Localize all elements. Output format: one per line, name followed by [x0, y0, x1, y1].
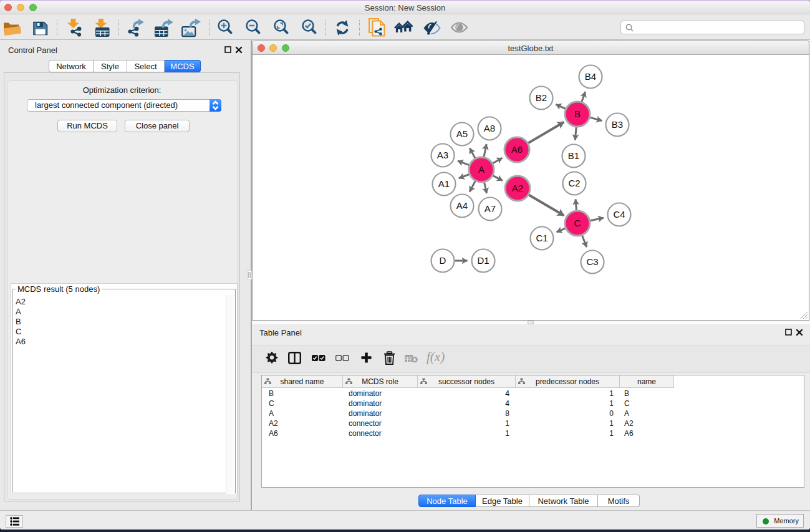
svg-text:C1: C1	[536, 233, 547, 243]
svg-text:D1: D1	[477, 255, 489, 266]
svg-text:C2: C2	[568, 178, 580, 188]
svg-text:C3: C3	[586, 256, 598, 267]
svg-text:B4: B4	[585, 71, 596, 82]
svg-text:A4: A4	[456, 200, 468, 211]
svg-text:A1: A1	[438, 178, 450, 189]
svg-text:A: A	[478, 164, 485, 175]
svg-text:B2: B2	[536, 92, 547, 103]
svg-text:D: D	[440, 255, 446, 266]
svg-text:A5: A5	[456, 128, 468, 139]
svg-text:A2: A2	[512, 183, 523, 193]
svg-text:C: C	[574, 218, 581, 228]
svg-text:B1: B1	[568, 150, 579, 161]
svg-text:B: B	[574, 109, 581, 119]
svg-text:B3: B3	[612, 119, 623, 130]
svg-text:A6: A6	[511, 144, 523, 155]
svg-text:A7: A7	[485, 203, 496, 214]
svg-text:A8: A8	[484, 123, 495, 133]
svg-text:C4: C4	[613, 209, 625, 220]
svg-text:A3: A3	[437, 150, 448, 160]
